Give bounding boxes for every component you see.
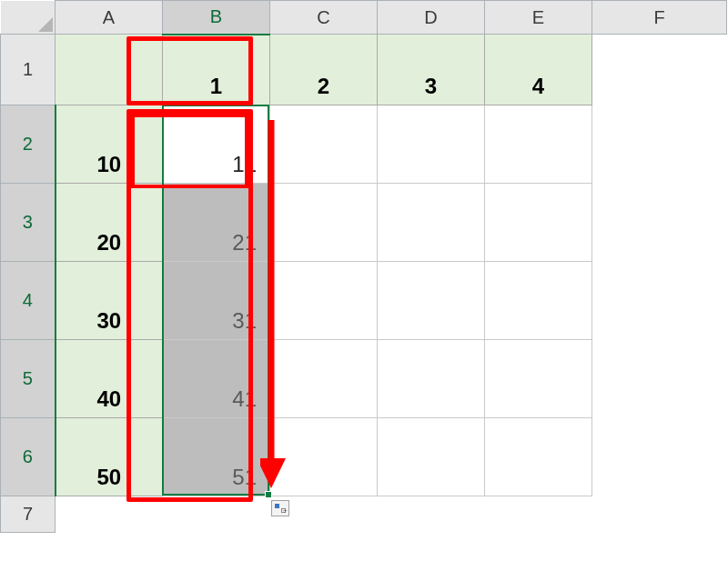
cell-B5[interactable]: 41 bbox=[163, 340, 270, 418]
cell-F6[interactable] bbox=[592, 418, 727, 496]
cell-D7[interactable] bbox=[378, 496, 485, 533]
cell-A5[interactable]: 40 bbox=[56, 340, 163, 418]
fill-handle[interactable] bbox=[265, 491, 272, 498]
row-header-2[interactable]: 2 bbox=[1, 105, 56, 184]
cell-D2[interactable] bbox=[378, 105, 485, 184]
cell-F1[interactable] bbox=[592, 35, 727, 105]
cell-C4[interactable] bbox=[270, 262, 378, 340]
cell-F5[interactable] bbox=[592, 340, 727, 418]
cell-A3[interactable]: 20 bbox=[56, 184, 163, 262]
row-header-4[interactable]: 4 bbox=[1, 262, 56, 340]
cell-D1[interactable]: 3 bbox=[378, 35, 485, 105]
col-header-F[interactable]: F bbox=[592, 1, 727, 35]
row-header-7[interactable]: 7 bbox=[1, 496, 56, 533]
cell-E5[interactable] bbox=[485, 340, 592, 418]
svg-marker-0 bbox=[38, 17, 53, 32]
col-header-D[interactable]: D bbox=[378, 1, 485, 35]
cell-F3[interactable] bbox=[592, 184, 727, 262]
col-header-B[interactable]: B bbox=[163, 1, 270, 35]
row-header-1[interactable]: 1 bbox=[1, 35, 56, 105]
cell-E2[interactable] bbox=[485, 105, 592, 184]
col-header-A[interactable]: A bbox=[56, 1, 163, 35]
cell-A4[interactable]: 30 bbox=[56, 262, 163, 340]
cell-A1[interactable] bbox=[56, 35, 163, 105]
cell-E4[interactable] bbox=[485, 262, 592, 340]
cell-D5[interactable] bbox=[378, 340, 485, 418]
cell-D6[interactable] bbox=[378, 418, 485, 496]
cell-B6[interactable]: 51 bbox=[163, 418, 270, 496]
select-all-corner[interactable] bbox=[1, 1, 56, 35]
cell-B1[interactable]: 1 bbox=[163, 35, 270, 105]
cell-E6[interactable] bbox=[485, 418, 592, 496]
cell-C5[interactable] bbox=[270, 340, 378, 418]
cell-B4[interactable]: 31 bbox=[163, 262, 270, 340]
cell-E7[interactable] bbox=[485, 496, 592, 533]
cell-B7[interactable] bbox=[163, 496, 270, 533]
col-header-C[interactable]: C bbox=[270, 1, 378, 35]
spreadsheet-grid[interactable]: A B C D E F 1 1 2 3 4 2 10 11 3 20 21 4 … bbox=[0, 0, 727, 533]
cell-A7[interactable] bbox=[56, 496, 163, 533]
row-header-6[interactable]: 6 bbox=[1, 418, 56, 496]
cell-C1[interactable]: 2 bbox=[270, 35, 378, 105]
col-header-E[interactable]: E bbox=[485, 1, 592, 35]
cell-A6[interactable]: 50 bbox=[56, 418, 163, 496]
cell-F4[interactable] bbox=[592, 262, 727, 340]
cell-C2[interactable] bbox=[270, 105, 378, 184]
cell-B3[interactable]: 21 bbox=[163, 184, 270, 262]
cell-C3[interactable] bbox=[270, 184, 378, 262]
cell-C6[interactable] bbox=[270, 418, 378, 496]
cell-F2[interactable] bbox=[592, 105, 727, 184]
row-header-3[interactable]: 3 bbox=[1, 184, 56, 262]
cell-A2[interactable]: 10 bbox=[56, 105, 163, 184]
cell-D3[interactable] bbox=[378, 184, 485, 262]
cell-E1[interactable]: 4 bbox=[485, 35, 592, 105]
row-header-5[interactable]: 5 bbox=[1, 340, 56, 418]
cell-E3[interactable] bbox=[485, 184, 592, 262]
cell-D4[interactable] bbox=[378, 262, 485, 340]
cell-B2[interactable]: 11 bbox=[163, 105, 270, 184]
cell-F7[interactable] bbox=[592, 496, 727, 533]
autofill-options-button[interactable]: + bbox=[271, 500, 289, 516]
